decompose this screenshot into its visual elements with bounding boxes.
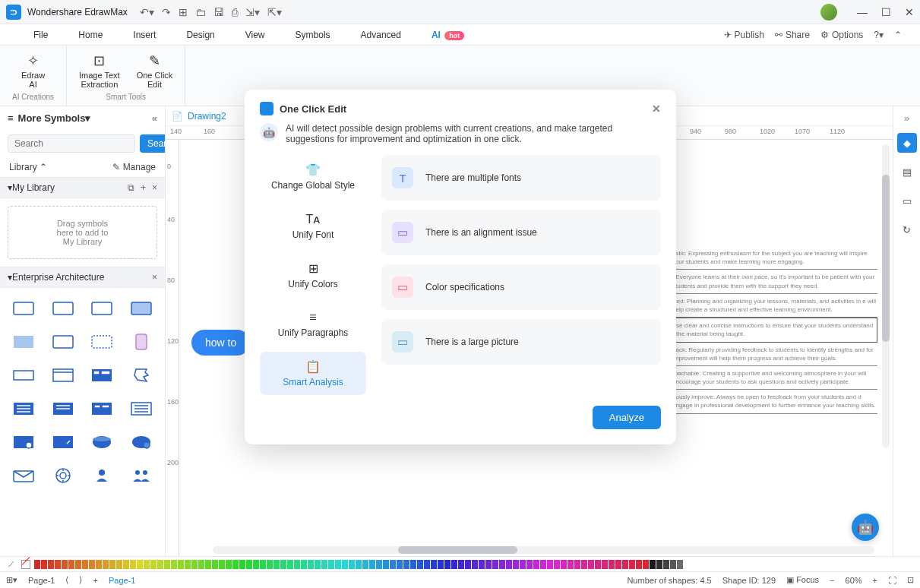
hamburger-icon[interactable]: ≡ — [8, 112, 14, 124]
color-swatch[interactable] — [417, 560, 423, 569]
color-swatch[interactable] — [198, 560, 204, 569]
color-swatch[interactable] — [554, 560, 560, 569]
unify-paragraphs-button[interactable]: ≡Unify Paragraphs — [260, 303, 366, 346]
issue-large-picture[interactable]: ▭There is a large picture — [381, 319, 661, 365]
shape-item[interactable] — [47, 463, 79, 488]
color-swatch[interactable] — [157, 560, 163, 569]
color-swatch[interactable] — [280, 560, 286, 569]
document-tab[interactable]: Drawing2 — [188, 111, 226, 122]
modal-close-icon[interactable]: ✕ — [652, 103, 661, 115]
color-swatch[interactable] — [410, 560, 416, 569]
color-swatch[interactable] — [561, 560, 567, 569]
color-swatch[interactable] — [123, 560, 129, 569]
color-swatch[interactable] — [185, 560, 191, 569]
color-swatch[interactable] — [239, 560, 245, 569]
color-swatch[interactable] — [574, 560, 580, 569]
color-swatch[interactable] — [246, 560, 252, 569]
color-swatch[interactable] — [397, 560, 403, 569]
expand-rail-icon[interactable]: » — [904, 112, 909, 124]
color-swatch[interactable] — [232, 560, 239, 569]
page-name[interactable]: Page-1 — [109, 576, 135, 585]
shape-item[interactable] — [87, 463, 119, 488]
shape-item[interactable] — [8, 296, 40, 321]
color-swatch[interactable] — [171, 560, 177, 569]
minimize-icon[interactable]: — — [857, 6, 868, 18]
color-swatch[interactable] — [89, 560, 95, 569]
issue-color-spec[interactable]: ▭Color specifications — [381, 264, 661, 310]
shape-item[interactable] — [125, 362, 157, 388]
library-dropzone[interactable]: Drag symbols here to add to My Library — [8, 206, 157, 259]
fit-page-icon[interactable]: ⛶ — [888, 576, 896, 585]
color-swatch[interactable] — [506, 560, 512, 569]
issue-alignment[interactable]: ▭There is an alignment issue — [381, 210, 661, 255]
color-swatch[interactable] — [164, 560, 170, 569]
menu-view[interactable]: View — [230, 30, 280, 40]
redo-icon[interactable]: ↷ — [162, 6, 171, 18]
color-swatch[interactable] — [68, 560, 74, 569]
zoom-level[interactable]: 60% — [846, 576, 862, 585]
color-swatch[interactable] — [260, 560, 266, 569]
color-swatch[interactable] — [567, 560, 574, 569]
presentation-panel-icon[interactable]: ▭ — [897, 191, 917, 210]
color-swatch[interactable] — [273, 560, 280, 569]
export-icon[interactable]: ⇲▾ — [245, 6, 260, 18]
shape-item[interactable] — [8, 429, 40, 455]
color-swatch[interactable] — [636, 560, 642, 569]
color-swatch[interactable] — [362, 560, 368, 569]
focus-toggle[interactable]: ▣ Focus — [786, 575, 819, 585]
color-swatch[interactable] — [219, 560, 225, 569]
color-swatch[interactable] — [191, 560, 198, 569]
shape-item[interactable] — [8, 329, 40, 355]
no-fill-swatch[interactable] — [21, 560, 30, 569]
color-swatch[interactable] — [315, 560, 321, 569]
shape-item[interactable] — [87, 396, 119, 422]
maximize-icon[interactable]: ☐ — [881, 6, 891, 18]
color-swatch[interactable] — [492, 560, 498, 569]
save-icon[interactable]: 🖫 — [213, 6, 224, 18]
edraw-ai-button[interactable]: ✧Edraw AI — [21, 50, 45, 91]
print-icon[interactable]: ⎙ — [232, 6, 238, 18]
color-swatch[interactable] — [581, 560, 587, 569]
color-swatch[interactable] — [513, 560, 519, 569]
shape-item[interactable] — [87, 429, 119, 455]
collapse-ribbon-icon[interactable]: ⌃ — [894, 30, 902, 40]
color-swatch[interactable] — [451, 560, 457, 569]
color-swatch[interactable] — [41, 560, 47, 569]
zoom-in-icon[interactable]: + — [873, 576, 877, 585]
user-avatar[interactable] — [820, 4, 837, 21]
page-tab[interactable]: Page-1 — [28, 576, 55, 585]
shape-item[interactable] — [87, 362, 119, 388]
color-swatch[interactable] — [588, 560, 594, 569]
color-swatch[interactable] — [424, 560, 430, 569]
color-swatch[interactable] — [62, 560, 68, 569]
color-swatch[interactable] — [677, 560, 683, 569]
color-swatch[interactable] — [369, 560, 375, 569]
shape-item[interactable] — [125, 329, 157, 355]
my-library-header[interactable]: ▾ My Library ⧉+× — [0, 177, 165, 198]
color-swatch[interactable] — [82, 560, 88, 569]
color-swatch[interactable] — [615, 560, 621, 569]
shape-item[interactable] — [47, 362, 79, 388]
color-swatch[interactable] — [656, 560, 662, 569]
shape-item[interactable] — [125, 429, 157, 455]
color-swatch[interactable] — [130, 560, 136, 569]
shape-item[interactable] — [47, 296, 79, 321]
shape-item[interactable] — [125, 463, 157, 488]
search-input[interactable] — [8, 134, 135, 153]
unify-colors-button[interactable]: ⊞Unify Colors — [260, 254, 366, 297]
color-swatch[interactable] — [472, 560, 478, 569]
color-swatch[interactable] — [335, 560, 341, 569]
color-swatch[interactable] — [137, 560, 143, 569]
color-swatch[interactable] — [540, 560, 546, 569]
color-swatch[interactable] — [390, 560, 396, 569]
color-swatch[interactable] — [109, 560, 115, 569]
help-icon[interactable]: ?▾ — [874, 30, 884, 40]
shape-item[interactable] — [47, 429, 79, 455]
page-layout-icon[interactable]: ⊞▾ — [6, 575, 17, 585]
color-swatch[interactable] — [629, 560, 635, 569]
color-swatch[interactable] — [178, 560, 184, 569]
color-swatch[interactable] — [403, 560, 409, 569]
color-swatch[interactable] — [458, 560, 464, 569]
shape-item[interactable] — [125, 396, 157, 422]
color-swatch[interactable] — [301, 560, 307, 569]
